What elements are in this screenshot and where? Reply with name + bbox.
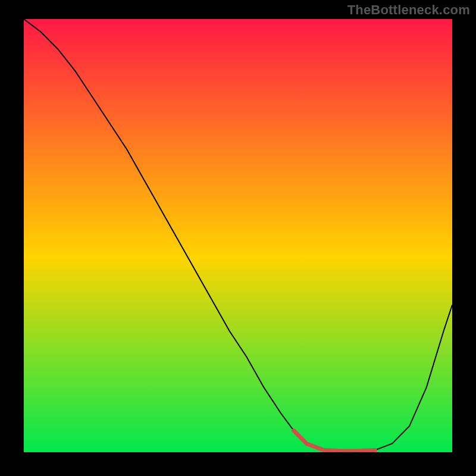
chart-frame: TheBottleneck.com	[0, 0, 476, 476]
watermark-text: TheBottleneck.com	[347, 2, 470, 18]
bottleneck-chart	[24, 19, 452, 452]
gradient-background	[24, 19, 452, 452]
plot-area	[24, 19, 452, 452]
